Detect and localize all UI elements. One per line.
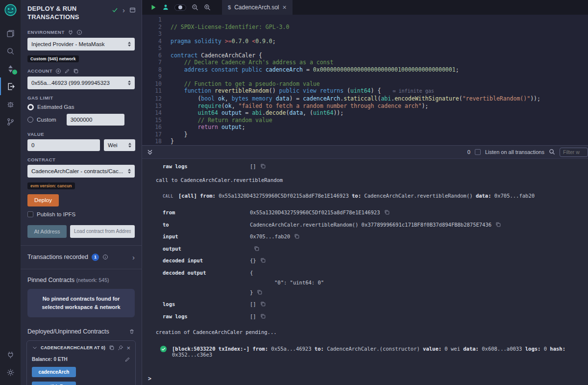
settings-icon[interactable] (0, 363, 21, 381)
copy-icon[interactable] (495, 222, 501, 227)
contract-card-header[interactable]: CADENCEARCHCALER AT 0) × (32, 345, 130, 351)
copy-icon[interactable] (254, 246, 259, 251)
tx-detail-label: decoded input (163, 257, 250, 263)
chevron-right-icon[interactable]: › (132, 253, 135, 261)
call-summary-text: [call] from: 0x55a1320D432759960C5Df0215… (178, 193, 535, 199)
terminal-search-icon[interactable] (549, 149, 555, 156)
git-icon[interactable] (0, 113, 21, 130)
popout-icon[interactable] (129, 7, 136, 13)
info-icon[interactable] (76, 29, 82, 35)
terminal-toolbar: 0 Listen on all transactions (142, 146, 588, 159)
debugger-icon[interactable] (0, 95, 21, 113)
copy-icon[interactable] (109, 345, 115, 351)
estimated-gas-option[interactable]: Estimated Gas (27, 104, 135, 110)
code-line: 12 (bool ok, bytes memory data) = cadenc… (142, 95, 588, 103)
custom-gas-input[interactable] (67, 114, 124, 126)
revertiblerandom-function-button[interactable]: revertibleRa... (32, 382, 76, 385)
compile-success-badge (12, 70, 17, 75)
terminal-prompt[interactable]: > (142, 372, 588, 385)
estimated-gas-radio[interactable] (27, 104, 34, 110)
code-editor[interactable]: 12// SPDX-License-Identifier: GPL-3.034p… (142, 15, 588, 145)
deploy-success-row[interactable]: [block:5033220 txIndex:-] from: 0x55a...… (160, 346, 588, 358)
code-line: 3 (142, 30, 588, 38)
pencil-icon[interactable] (64, 68, 70, 74)
copy-icon[interactable] (294, 233, 299, 239)
chevron-down-icon[interactable] (32, 345, 38, 351)
at-address-button[interactable]: At Address (27, 225, 67, 238)
copy-icon[interactable] (260, 163, 266, 169)
status-check-icon (112, 7, 118, 13)
line-number: 10 (142, 80, 162, 88)
code-line: 10 // Function to get a pseudo-random va… (142, 80, 588, 88)
copy-account-icon[interactable] (73, 68, 79, 74)
transactions-recorded-row[interactable]: Transactions recorded 1 › (21, 253, 142, 261)
deploy-run-panel: DEPLOY & RUN TRANSACTIONS › ENVIRONMENT … (21, 0, 142, 385)
tx-detail-value: CadenceArchCaler.revertibleRandom() 0x37… (250, 222, 501, 228)
line-number: 4 (142, 38, 162, 45)
publish-ipfs-checkbox[interactable] (27, 211, 33, 217)
deploy-button[interactable]: Deploy (27, 194, 59, 206)
value-row: Wei (27, 139, 135, 151)
call-summary-row[interactable]: call [call] from: 0x55a1320D432759960C5D… (156, 193, 588, 199)
copy-icon[interactable] (260, 313, 266, 319)
cadencearch-function-button[interactable]: cadenceArch (32, 367, 76, 377)
tab-cadencearch-sol[interactable]: $ CadenceArch.sol × (222, 0, 293, 15)
deploy-run-icon[interactable] (0, 77, 21, 95)
tx-detail-row: raw logs [] (156, 163, 588, 169)
zoom-out-icon[interactable] (192, 4, 198, 11)
chevron-right-icon[interactable]: › (122, 6, 125, 14)
tx-detail-label: input (163, 233, 250, 239)
value-label: VALUE (27, 131, 135, 137)
add-account-icon[interactable] (55, 68, 61, 74)
copy-icon[interactable] (260, 301, 266, 307)
success-check-icon (160, 345, 167, 353)
solidity-compiler-icon[interactable] (0, 60, 21, 77)
tx-detail-value: {} (250, 257, 266, 263)
account-select[interactable]: 0x55a...46923 (999.999945323 (27, 77, 135, 89)
line-number: 6 (142, 52, 162, 59)
tx-detail-value: [] (250, 301, 266, 307)
info-icon[interactable] (102, 254, 108, 260)
contract-select[interactable]: CadenceArchCaler - contracts/Cac... (27, 165, 135, 178)
close-icon[interactable]: × (126, 345, 130, 351)
code-line: 14 uint64 output = abi.decode(data, (uin… (142, 109, 588, 117)
value-input[interactable] (27, 139, 100, 151)
pin-icon[interactable] (118, 345, 123, 351)
tx-count-badge: 1 (92, 254, 99, 261)
copilot-toggle[interactable] (174, 4, 186, 11)
code-line: 15 // Return random value (142, 117, 588, 124)
editor-toolbar: $ CadenceArch.sol × (142, 0, 588, 15)
close-tab-icon[interactable]: × (283, 4, 287, 11)
zoom-in-icon[interactable] (204, 4, 211, 11)
copy-icon[interactable] (384, 209, 390, 215)
copy-icon[interactable] (257, 289, 262, 295)
plugin-manager-icon[interactable] (0, 346, 21, 363)
custom-gas-radio[interactable] (27, 117, 33, 123)
copilot-icon[interactable] (162, 4, 169, 11)
at-address-input[interactable] (70, 225, 135, 238)
tx-detail-value: [] (250, 163, 266, 169)
code-line: 8 address constant public cadenceArch = … (142, 66, 588, 74)
terminal-filter-input[interactable] (560, 148, 588, 157)
code-line: 16 return output; (142, 124, 588, 131)
tx-detail-value: 0x55a1320D432759960C5Df0215a8dF78e1E1469… (250, 209, 390, 215)
copy-icon[interactable] (260, 257, 266, 263)
remix-logo-icon[interactable] (4, 3, 17, 17)
terminal-section: 0 Listen on all transactions raw logs []… (142, 145, 588, 385)
tx-detail-row: output (156, 246, 588, 252)
run-script-icon[interactable] (150, 4, 157, 11)
code-line: 5 (142, 45, 588, 52)
terminal-collapse-icon[interactable] (147, 149, 153, 155)
value-unit-select[interactable]: Wei (104, 139, 135, 151)
listen-checkbox[interactable] (475, 149, 481, 155)
trash-icon[interactable] (129, 329, 135, 334)
divider (21, 245, 142, 246)
deployed-contracts-title: Deployed/Unpinned Contracts (21, 328, 142, 335)
file-explorer-icon[interactable] (0, 25, 21, 42)
pencil-icon[interactable] (124, 357, 130, 362)
environment-select[interactable]: Injected Provider - MetaMask (27, 38, 135, 51)
fork-plug-icon[interactable] (68, 29, 74, 35)
code-line: 2// SPDX-License-Identifier: GPL-3.0 (142, 24, 588, 31)
search-icon[interactable] (0, 42, 21, 60)
line-number: 15 (142, 117, 162, 124)
